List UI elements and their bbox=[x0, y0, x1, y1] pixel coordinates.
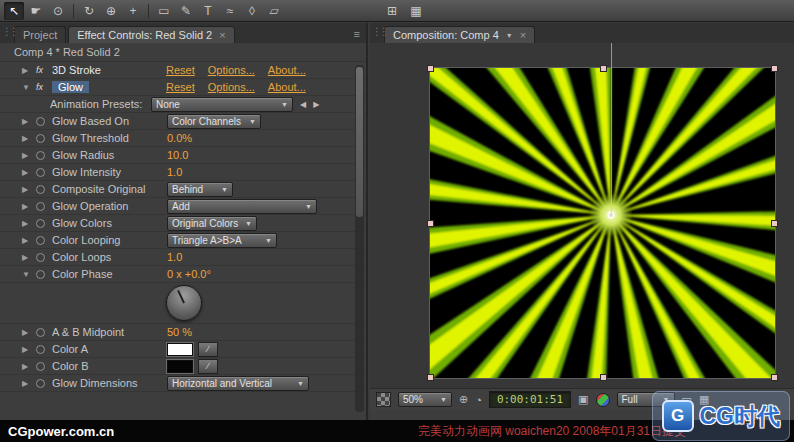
panel-grip-icon[interactable]: ⋮⋮ bbox=[2, 26, 16, 37]
glow-intensity-value[interactable]: 1.0 bbox=[167, 166, 182, 178]
selection-handle[interactable] bbox=[600, 374, 607, 381]
rotation-tool-icon[interactable]: ↻ bbox=[79, 2, 99, 20]
dropdown-value: None bbox=[156, 99, 180, 110]
close-icon[interactable]: × bbox=[219, 30, 225, 40]
chevron-down-icon[interactable]: ▼ bbox=[506, 32, 513, 39]
dropdown-value: Horizontal and Vertical bbox=[172, 378, 272, 389]
previous-preset-icon[interactable]: ◀ bbox=[300, 100, 306, 109]
tab-composition[interactable]: Composition: Comp 4 ▼ × bbox=[384, 26, 535, 43]
twirl-icon[interactable]: ▶ bbox=[22, 253, 36, 262]
twirl-icon[interactable]: ▶ bbox=[22, 134, 36, 143]
selection-handle[interactable] bbox=[771, 65, 778, 72]
glow-radius-value[interactable]: 10.0 bbox=[167, 149, 188, 161]
property-row: ▶ Color Looping Triangle A>B>A ▼ bbox=[0, 232, 366, 249]
transparency-grid-icon[interactable] bbox=[376, 392, 391, 407]
glow-threshold-value[interactable]: 0.0% bbox=[167, 132, 192, 144]
tab-project[interactable]: Project bbox=[14, 26, 66, 43]
glow-operation-dropdown[interactable]: Add ▼ bbox=[167, 199, 317, 214]
dropdown-value: Triangle A>B>A bbox=[172, 235, 242, 246]
selection-tool-icon[interactable]: ↖ bbox=[4, 2, 24, 20]
type-tool-icon[interactable]: T bbox=[198, 2, 218, 20]
property-row: ▶ Glow Threshold 0.0% bbox=[0, 130, 366, 147]
property-label: Glow Based On bbox=[52, 115, 167, 127]
color-b-swatch[interactable] bbox=[167, 360, 193, 373]
magnification-dropdown[interactable]: 50% ▼ bbox=[398, 392, 452, 407]
about-link[interactable]: About... bbox=[268, 81, 306, 93]
panel-menu-icon[interactable]: ≡ bbox=[354, 28, 360, 40]
orbit-camera-tool-icon[interactable]: ⊕ bbox=[101, 2, 121, 20]
twirl-icon[interactable]: ▶ bbox=[22, 345, 36, 354]
eraser-tool-icon[interactable]: ▱ bbox=[264, 2, 284, 20]
selection-handle[interactable] bbox=[771, 374, 778, 381]
close-icon[interactable]: × bbox=[520, 30, 526, 40]
composition-canvas[interactable] bbox=[430, 68, 775, 378]
color-a-swatch[interactable] bbox=[167, 343, 193, 356]
next-preset-icon[interactable]: ▶ bbox=[313, 100, 319, 109]
effect-header-glow[interactable]: ▼ fx Glow Reset Options... About... bbox=[0, 79, 366, 96]
effect-name[interactable]: 3D Stroke bbox=[52, 64, 101, 76]
twirl-icon[interactable]: ▶ bbox=[22, 117, 36, 126]
tab-effect-controls[interactable]: Effect Controls: Red Solid 2 × bbox=[68, 26, 234, 43]
selection-handle[interactable] bbox=[771, 220, 778, 227]
selection-handle[interactable] bbox=[427, 65, 434, 72]
twirl-icon[interactable]: ▶ bbox=[22, 328, 36, 337]
twirl-icon[interactable]: ▶ bbox=[22, 168, 36, 177]
reset-link[interactable]: Reset bbox=[166, 64, 195, 76]
scrollbar-thumb[interactable] bbox=[356, 67, 363, 217]
twirl-icon[interactable]: ▶ bbox=[22, 202, 36, 211]
twirl-icon[interactable]: ▶ bbox=[22, 236, 36, 245]
property-dot-icon bbox=[36, 134, 45, 143]
twirl-icon[interactable]: ▶ bbox=[22, 219, 36, 228]
twirl-icon[interactable]: ▶ bbox=[22, 66, 36, 75]
ab-midpoint-value[interactable]: 50 % bbox=[167, 326, 192, 338]
color-looping-dropdown[interactable]: Triangle A>B>A ▼ bbox=[167, 233, 277, 248]
scrollbar[interactable] bbox=[355, 65, 364, 412]
safe-zones-icon[interactable]: ⊕ bbox=[459, 393, 468, 406]
pen-tool-icon[interactable]: ✎ bbox=[176, 2, 196, 20]
twirl-icon[interactable]: ▶ bbox=[22, 185, 36, 194]
workspace-toggle-icon[interactable]: ⊞ bbox=[382, 2, 402, 20]
fx-badge-icon[interactable]: fx bbox=[36, 65, 52, 75]
brush-tool-icon[interactable]: ≈ bbox=[220, 2, 240, 20]
twirl-icon[interactable]: ▶ bbox=[22, 151, 36, 160]
toolbar-separator bbox=[148, 4, 149, 18]
anchor-point[interactable] bbox=[609, 213, 613, 217]
selection-handle[interactable] bbox=[427, 374, 434, 381]
twirl-icon[interactable]: ▼ bbox=[22, 270, 36, 279]
composition-viewer[interactable] bbox=[370, 43, 794, 388]
timecode-display[interactable]: 0:00:01:51 bbox=[489, 391, 571, 408]
snapshot-icon[interactable]: ▣ bbox=[578, 393, 588, 406]
zoom-tool-icon[interactable]: ⊙ bbox=[48, 2, 68, 20]
selection-handle[interactable] bbox=[600, 65, 607, 72]
mask-tool-icon[interactable]: ▭ bbox=[154, 2, 174, 20]
color-loops-value[interactable]: 1.0 bbox=[167, 251, 182, 263]
twirl-icon[interactable]: ▶ bbox=[22, 379, 36, 388]
eyedropper-icon[interactable]: ∕ bbox=[198, 359, 218, 374]
clone-stamp-tool-icon[interactable]: ◊ bbox=[242, 2, 262, 20]
effect-name[interactable]: Glow bbox=[52, 81, 89, 93]
selection-handle[interactable] bbox=[427, 220, 434, 227]
composite-original-dropdown[interactable]: Behind ▼ bbox=[167, 182, 233, 197]
options-link[interactable]: Options... bbox=[208, 64, 255, 76]
reset-link[interactable]: Reset bbox=[166, 81, 195, 93]
pan-behind-tool-icon[interactable]: + bbox=[123, 2, 143, 20]
property-dot-icon bbox=[36, 253, 45, 262]
fx-badge-icon[interactable]: fx bbox=[36, 82, 52, 92]
color-phase-dial[interactable] bbox=[166, 285, 202, 321]
glow-dimensions-dropdown[interactable]: Horizontal and Vertical ▼ bbox=[167, 376, 309, 391]
eyedropper-icon[interactable]: ∕ bbox=[198, 342, 218, 357]
glow-based-on-dropdown[interactable]: Color Channels ▼ bbox=[167, 114, 261, 129]
hand-tool-icon[interactable]: ☛ bbox=[26, 2, 46, 20]
about-link[interactable]: About... bbox=[268, 64, 306, 76]
color-phase-value[interactable]: 0 x +0.0° bbox=[167, 268, 211, 280]
twirl-icon[interactable]: ▶ bbox=[22, 362, 36, 371]
glow-colors-dropdown[interactable]: Original Colors ▼ bbox=[167, 216, 257, 231]
options-link[interactable]: Options... bbox=[208, 81, 255, 93]
property-label: Color B bbox=[52, 360, 167, 372]
show-channel-icon[interactable] bbox=[596, 393, 610, 407]
twirl-icon[interactable]: ▼ bbox=[22, 83, 36, 92]
effect-header-3d-stroke[interactable]: ▶ fx 3D Stroke Reset Options... About... bbox=[0, 62, 366, 79]
grid-toggle-icon[interactable]: ▦ bbox=[406, 2, 426, 20]
panel-grip-icon[interactable]: ⋮⋮ bbox=[372, 26, 386, 37]
animation-presets-dropdown[interactable]: None ▼ bbox=[151, 97, 293, 112]
